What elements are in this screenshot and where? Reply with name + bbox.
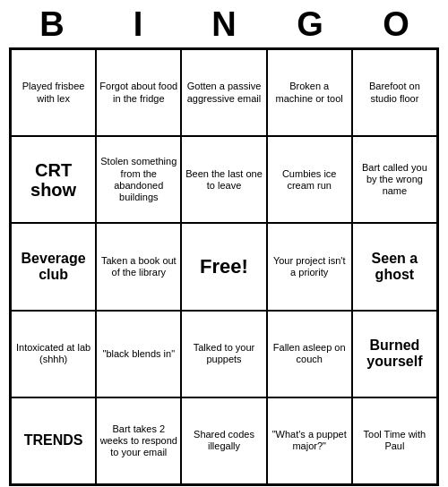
bingo-letter: G — [271, 5, 349, 44]
bingo-cell: Bart called you by the wrong name — [352, 136, 437, 223]
bingo-cell: Intoxicated at lab (shhh) — [11, 311, 96, 397]
bingo-cell: Taken a book out of the library — [96, 223, 181, 310]
bingo-cell: Free! — [181, 223, 266, 310]
bingo-cell: Seen a ghost — [352, 223, 437, 310]
bingo-header: BINGO — [9, 0, 439, 47]
bingo-cell: Beverage club — [11, 223, 96, 310]
bingo-cell: Stolen something from the abandoned buil… — [96, 136, 181, 223]
bingo-cell: Your project isn't a priority — [267, 223, 352, 310]
bingo-letter: B — [13, 5, 91, 44]
bingo-cell: "What's a puppet major?" — [267, 397, 352, 484]
bingo-grid: Played frisbee with lexForgot about food… — [9, 47, 439, 486]
bingo-cell: Fallen asleep on couch — [267, 311, 352, 397]
bingo-cell: Cumbies ice cream run — [267, 136, 352, 223]
bingo-cell: Forgot about food in the fridge — [96, 49, 181, 136]
bingo-cell: Broken a machine or tool — [267, 49, 352, 136]
bingo-letter: O — [357, 5, 435, 44]
bingo-letter: N — [185, 5, 263, 44]
bingo-cell: Gotten a passive aggressive email — [181, 49, 266, 136]
bingo-cell: Tool Time with Paul — [352, 397, 437, 484]
bingo-cell: Talked to your puppets — [181, 311, 266, 397]
bingo-cell: TRENDS — [11, 397, 96, 484]
bingo-cell: Burned yourself — [352, 311, 437, 397]
bingo-cell: Barefoot on studio floor — [352, 49, 437, 136]
bingo-cell: Bart takes 2 weeks to respond to your em… — [96, 397, 181, 484]
bingo-letter: I — [99, 5, 177, 44]
bingo-cell: Played frisbee with lex — [11, 49, 96, 136]
bingo-cell: CRT show — [11, 136, 96, 223]
bingo-cell: Shared codes illegally — [181, 397, 266, 484]
bingo-cell: "black blends in" — [96, 311, 181, 397]
bingo-cell: Been the last one to leave — [181, 136, 266, 223]
